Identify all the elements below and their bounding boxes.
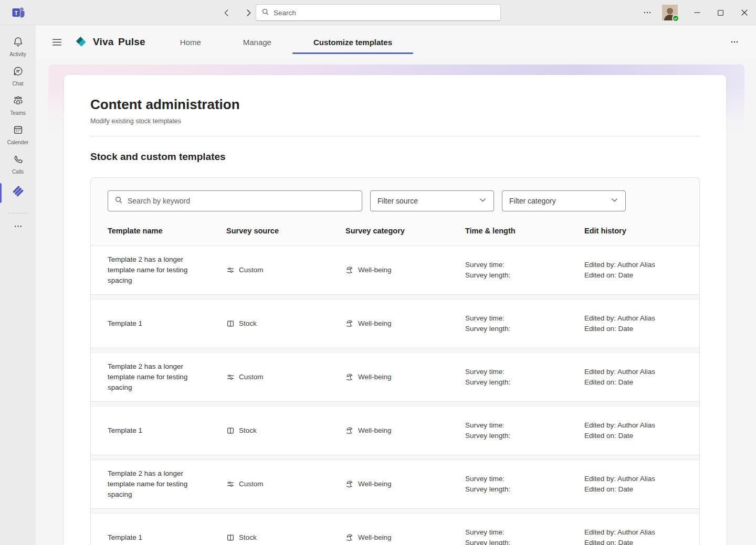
people-team-icon [12, 94, 24, 109]
column-header-template-name: Template name [108, 227, 226, 235]
titlebar-more-icon[interactable] [637, 0, 658, 25]
survey-category-cell: Well-being [345, 479, 465, 489]
beach-umbrella-icon [345, 426, 354, 435]
nav-forward-button[interactable] [242, 6, 255, 19]
beach-umbrella-icon [345, 533, 354, 542]
survey-source-cell: Stock [226, 425, 345, 436]
filter-category-dropdown[interactable]: Filter category [502, 190, 626, 211]
tab-home[interactable]: Home [159, 25, 222, 59]
time-length-cell: Survey time: Survey length: [465, 367, 584, 388]
template-name-cell: Template 1 [108, 425, 226, 436]
time-length-cell: Survey time: Survey length: [465, 420, 584, 441]
window-minimize-button[interactable] [685, 0, 709, 25]
template-name-cell: Template 1 [108, 532, 226, 543]
content-card: Content administration Modify existing s… [64, 75, 726, 545]
window-maximize-button[interactable] [709, 0, 732, 25]
sidebar-item-label: Calls [12, 169, 24, 175]
page-subtitle: Modify existing stock templates [90, 117, 700, 125]
survey-source-cell: Custom [226, 265, 345, 275]
survey-source-cell: Custom [226, 372, 345, 382]
hamburger-menu-icon[interactable] [49, 34, 65, 50]
sidebar-item-label: Activity [9, 51, 26, 57]
sidebar-item-label: Chat [12, 81, 23, 87]
app-title: Viva Pulse [93, 36, 145, 48]
edit-history-cell: Edited by: Author Alias Edited on: Date [584, 313, 682, 334]
search-icon [114, 196, 123, 206]
chevron-down-icon [611, 196, 618, 206]
sidebar-item-chat[interactable]: Chat [0, 61, 36, 90]
table-row[interactable]: Template 1 Stock Well-being Survey time:… [91, 299, 699, 348]
sidebar-divider [8, 213, 28, 213]
global-search-input[interactable]: Search [256, 4, 501, 21]
teams-logo-icon: T [11, 5, 26, 20]
sidebar-item-activity[interactable]: Activity [0, 31, 36, 61]
viva-pulse-header: Viva Pulse Home Manage Customize templat… [36, 25, 756, 59]
search-icon [261, 8, 269, 18]
edit-history-cell: Edited by: Author Alias Edited on: Date [584, 474, 682, 495]
open-book-icon [226, 319, 235, 328]
svg-text:T: T [14, 10, 18, 16]
options-icon [226, 373, 235, 381]
table-row[interactable]: Template 1 Stock Well-being Survey time:… [91, 406, 699, 455]
template-name-cell: Template 2 has a longer template name fo… [108, 361, 226, 393]
edit-history-cell: Edited by: Author Alias Edited on: Date [584, 527, 682, 545]
app-tabs: Home Manage Customize templates [159, 25, 413, 59]
template-name-cell: Template 2 has a longer template name fo… [108, 254, 226, 286]
calendar-icon [12, 124, 24, 138]
table-row[interactable]: Template 2 has a longer template name fo… [91, 352, 699, 402]
bell-icon [12, 36, 24, 50]
column-header-edit-history: Edit history [584, 227, 682, 235]
sidebar-item-calls[interactable]: Calls [0, 149, 36, 178]
column-header-survey-category: Survey category [345, 227, 465, 235]
table-row[interactable]: Template 2 has a longer template name fo… [91, 245, 699, 295]
phone-icon [12, 153, 24, 167]
window-titlebar: T Search [0, 0, 756, 25]
section-title: Stock and custom templates [90, 151, 700, 163]
keyword-search-placeholder: Search by keyword [128, 197, 190, 205]
chevron-down-icon [479, 196, 487, 206]
time-length-cell: Survey time: Survey length: [465, 474, 584, 495]
survey-source-cell: Custom [226, 479, 345, 489]
column-header-survey-source: Survey source [226, 227, 345, 235]
table-row[interactable]: Template 1 Stock Well-being Survey time:… [91, 513, 699, 545]
beach-umbrella-icon [345, 480, 354, 488]
survey-category-cell: Well-being [345, 532, 465, 543]
sidebar-item-viva-pulse[interactable] [0, 178, 36, 208]
options-icon [226, 480, 235, 488]
sidebar-item-calendar[interactable]: Calender [0, 120, 36, 149]
sidebar-item-label: Calender [7, 140, 29, 145]
tab-customize-templates[interactable]: Customize templates [292, 25, 413, 59]
table-body: Template 2 has a longer template name fo… [91, 245, 699, 545]
keyword-search-input[interactable]: Search by keyword [108, 190, 362, 211]
table-header-row: Template name Survey source Survey categ… [91, 227, 699, 245]
survey-source-cell: Stock [226, 532, 345, 543]
survey-category-cell: Well-being [345, 372, 465, 382]
presence-available-icon [672, 15, 679, 22]
nav-back-button[interactable] [219, 6, 233, 19]
page-title: Content administration [90, 97, 700, 113]
time-length-cell: Survey time: Survey length: [465, 313, 584, 334]
templates-table-card: Search by keyword Filter source Filter c… [90, 177, 700, 545]
table-row[interactable]: Template 2 has a longer template name fo… [91, 459, 699, 509]
open-book-icon [226, 426, 235, 435]
sidebar-item-teams[interactable]: Teams [0, 90, 36, 120]
time-length-cell: Survey time: Survey length: [465, 527, 584, 545]
sidebar-more-apps-icon[interactable] [0, 222, 36, 231]
filter-source-dropdown[interactable]: Filter source [370, 190, 494, 211]
main-canvas: Content administration Modify existing s… [36, 59, 756, 545]
viva-pulse-app-icon [11, 184, 25, 200]
column-header-time-length: Time & length [465, 227, 584, 235]
time-length-cell: Survey time: Survey length: [465, 260, 584, 281]
beach-umbrella-icon [345, 373, 354, 381]
survey-category-cell: Well-being [345, 425, 465, 436]
tab-manage[interactable]: Manage [222, 25, 292, 59]
app-rail: Activity Chat Teams Cal [0, 25, 36, 545]
app-header-more-icon[interactable] [726, 33, 743, 51]
global-search-placeholder: Search [274, 9, 296, 17]
edit-history-cell: Edited by: Author Alias Edited on: Date [584, 420, 682, 441]
survey-category-cell: Well-being [345, 318, 465, 329]
user-avatar[interactable] [662, 5, 678, 20]
window-close-button[interactable] [732, 0, 756, 25]
beach-umbrella-icon [345, 319, 354, 328]
beach-umbrella-icon [345, 266, 354, 274]
